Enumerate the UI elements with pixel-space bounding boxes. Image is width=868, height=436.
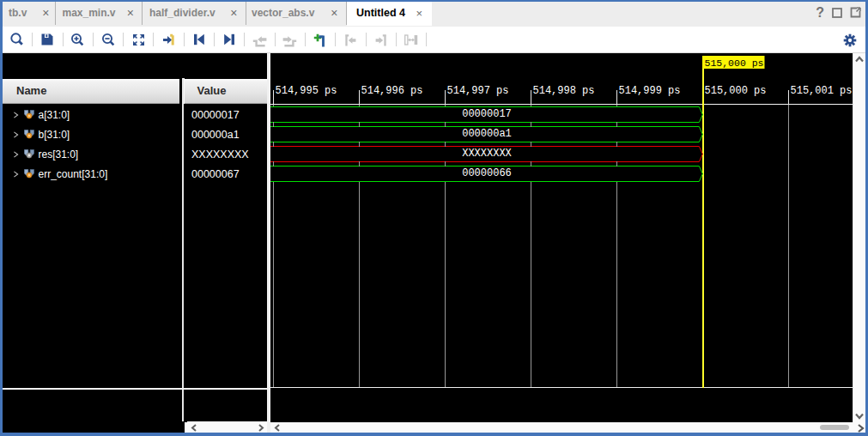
svg-text:514,996 ps: 514,996 ps [361,85,423,97]
svg-text:515,000 ps: 515,000 ps [705,58,764,69]
svg-text:514,995 ps: 514,995 ps [276,85,337,97]
svg-text:514,998 ps: 514,998 ps [533,85,595,97]
svg-text:514,997 ps: 514,997 ps [447,85,509,97]
svg-text:514,999 ps: 514,999 ps [619,85,681,97]
svg-text:515,001 ps: 515,001 ps [791,85,853,97]
svg-text:515,000 ps: 515,000 ps [705,85,767,97]
svg-text:00000066: 00000066 [462,167,512,179]
svg-text:XXXXXXXX: XXXXXXXX [462,148,512,160]
svg-text:00000017: 00000017 [462,108,512,120]
svg-text:000000a1: 000000a1 [462,128,512,140]
